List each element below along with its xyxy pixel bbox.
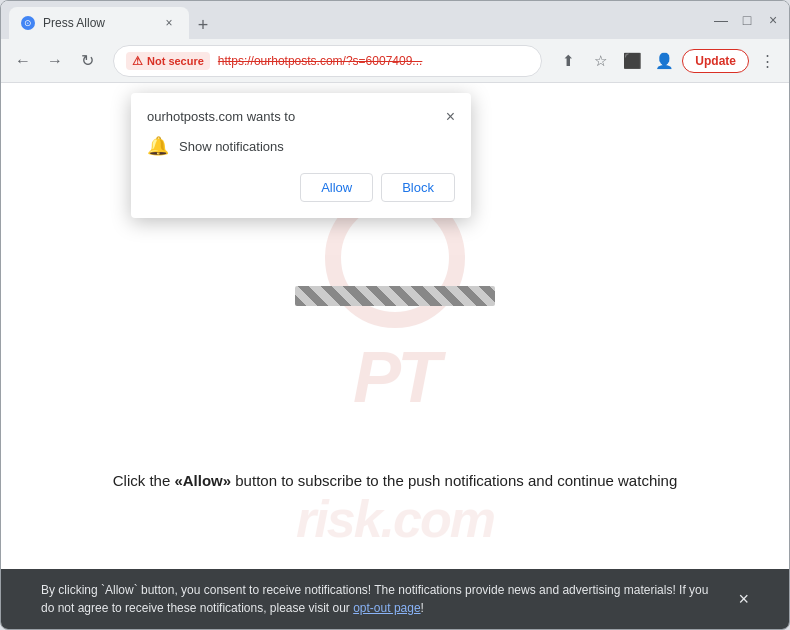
banner-close-button[interactable]: ×	[738, 589, 749, 610]
profile-icon[interactable]: 👤	[650, 47, 678, 75]
maximize-button[interactable]: □	[739, 12, 755, 28]
bell-icon: 🔔	[147, 135, 169, 157]
allow-button[interactable]: Allow	[300, 173, 373, 202]
bottom-banner: By clicking `Allow` button, you consent …	[1, 569, 789, 629]
menu-icon[interactable]: ⋮	[753, 47, 781, 75]
banner-suffix: !	[421, 601, 424, 615]
share-icon[interactable]: ⬆	[554, 47, 582, 75]
opt-out-link[interactable]: opt-out page	[353, 601, 420, 615]
popup-header: ourhotposts.com wants to ×	[147, 109, 455, 125]
title-bar: ⊙ Press Allow × + — □ ×	[1, 1, 789, 39]
browser-tab[interactable]: ⊙ Press Allow ×	[9, 7, 189, 39]
tab-area: ⊙ Press Allow × +	[9, 1, 707, 39]
refresh-button[interactable]: ↻	[73, 47, 101, 75]
instruction-text: Click the «Allow» button to subscribe to…	[113, 472, 678, 489]
risk-watermark: risk.com	[1, 489, 789, 549]
sidebar-icon[interactable]: ⬛	[618, 47, 646, 75]
watermark-pt-text: PT	[353, 336, 437, 418]
notification-popup: ourhotposts.com wants to × 🔔 Show notifi…	[131, 93, 471, 218]
viewport: PT Click the «Allow» button to subscribe…	[1, 83, 789, 569]
page-instruction: Click the «Allow» button to subscribe to…	[1, 472, 789, 489]
toolbar-actions: ⬆ ☆ ⬛ 👤 Update ⋮	[554, 47, 781, 75]
tab-favicon: ⊙	[21, 16, 35, 30]
close-button[interactable]: ×	[765, 12, 781, 28]
toolbar: ← → ↻ ⚠ Not secure https://ourhotposts.c…	[1, 39, 789, 83]
popup-permission: 🔔 Show notifications	[147, 135, 455, 157]
forward-button[interactable]: →	[41, 47, 69, 75]
popup-actions: Allow Block	[147, 173, 455, 202]
not-secure-label: Not secure	[147, 55, 204, 67]
back-button[interactable]: ←	[9, 47, 37, 75]
not-secure-badge: ⚠ Not secure	[126, 52, 210, 70]
new-tab-button[interactable]: +	[189, 11, 217, 39]
tab-close-button[interactable]: ×	[161, 15, 177, 31]
popup-title: ourhotposts.com wants to	[147, 109, 295, 124]
popup-close-button[interactable]: ×	[446, 109, 455, 125]
minimize-button[interactable]: —	[713, 12, 729, 28]
window-controls: — □ ×	[713, 12, 781, 28]
warning-icon: ⚠	[132, 54, 143, 68]
loading-bar	[295, 286, 495, 306]
update-button[interactable]: Update	[682, 49, 749, 73]
bookmark-icon[interactable]: ☆	[586, 47, 614, 75]
banner-text: By clicking `Allow` button, you consent …	[41, 581, 722, 617]
permission-text: Show notifications	[179, 139, 284, 154]
browser-window: ⊙ Press Allow × + — □ × ← → ↻ ⚠ Not secu…	[0, 0, 790, 630]
block-button[interactable]: Block	[381, 173, 455, 202]
tab-title: Press Allow	[43, 16, 153, 30]
address-bar[interactable]: ⚠ Not secure https://ourhotposts.com/?s=…	[113, 45, 542, 77]
url-display: https://ourhotposts.com/?s=6007409...	[218, 54, 422, 68]
